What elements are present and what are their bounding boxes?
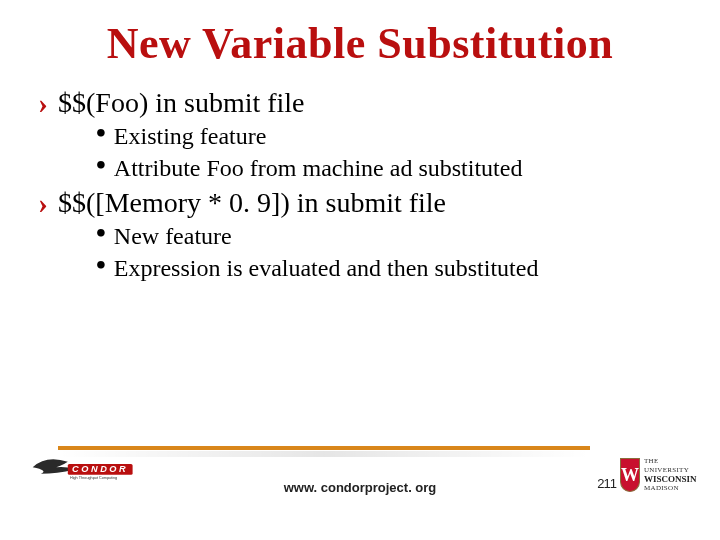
wisconsin-crest: W THE UNIVERSITY WISCONSIN MADISON (620, 448, 694, 502)
bullet-level2: • Expression is evaluated and then subst… (96, 253, 688, 283)
chevron-icon: › (38, 187, 48, 219)
bullet-level2: • Existing feature (96, 121, 688, 151)
crest-line1: THE UNIVERSITY (644, 457, 697, 475)
dot-icon: • (96, 221, 106, 245)
bullet-level2: • Attribute Foo from machine ad substitu… (96, 153, 688, 183)
dot-icon: • (96, 121, 106, 145)
chevron-icon: › (38, 87, 48, 119)
crest-line2: WISCONSIN (644, 475, 697, 484)
bullet-text: $$(Foo) in submit file (58, 87, 305, 119)
bullet-text: New feature (114, 221, 232, 251)
slide-title: New Variable Substitution (32, 18, 688, 69)
shield-icon: W (620, 458, 640, 492)
shield-letter: W (621, 465, 639, 486)
page-number: 211 (597, 476, 616, 491)
bullet-text: Existing feature (114, 121, 267, 151)
svg-text:C  O  N  D  O  R: C O N D O R (72, 464, 126, 474)
crest-line3: MADISON (644, 484, 697, 493)
bullet-text: $$([Memory * 0. 9]) in submit file (58, 187, 446, 219)
bullet-level1: › $$(Foo) in submit file (38, 87, 688, 119)
slide-footer: C O N D O R High Throughput Computing ww… (0, 446, 720, 518)
bullet-text: Expression is evaluated and then substit… (114, 253, 539, 283)
bullet-level1: › $$([Memory * 0. 9]) in submit file (38, 187, 688, 219)
dot-icon: • (96, 253, 106, 277)
slide-content: › $$(Foo) in submit file • Existing feat… (32, 87, 688, 283)
bullet-level2: • New feature (96, 221, 688, 251)
slide: New Variable Substitution › $$(Foo) in s… (0, 0, 720, 540)
crest-text: THE UNIVERSITY WISCONSIN MADISON (644, 457, 697, 493)
dot-icon: • (96, 153, 106, 177)
bullet-text: Attribute Foo from machine ad substitute… (114, 153, 523, 183)
